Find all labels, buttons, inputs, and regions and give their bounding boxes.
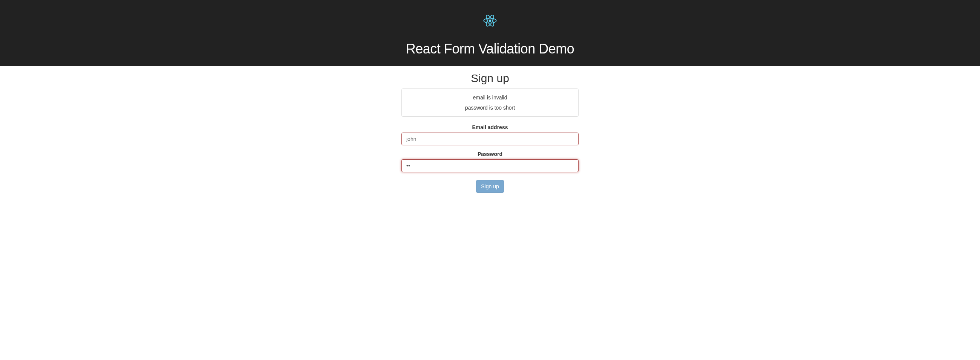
email-form-group: Email address [401, 124, 579, 145]
error-panel: email is invalid password is too short [401, 89, 579, 117]
email-label: Email address [401, 124, 579, 130]
password-label: Password [401, 151, 579, 157]
error-message-password: password is too short [407, 103, 573, 113]
password-form-group: Password [401, 151, 579, 172]
error-message-email: email is invalid [407, 93, 573, 103]
logo-wrapper [0, 10, 980, 33]
react-logo-icon [479, 10, 501, 32]
form-title: Sign up [0, 72, 980, 85]
password-input[interactable] [401, 159, 579, 172]
main-content: Sign up email is invalid password is too… [0, 66, 980, 193]
form-container: email is invalid password is too short E… [401, 89, 579, 193]
app-header: React Form Validation Demo [0, 0, 980, 66]
signup-button[interactable]: Sign up [476, 180, 504, 193]
email-input[interactable] [401, 133, 579, 145]
app-title: React Form Validation Demo [0, 41, 980, 57]
svg-point-0 [489, 20, 492, 22]
